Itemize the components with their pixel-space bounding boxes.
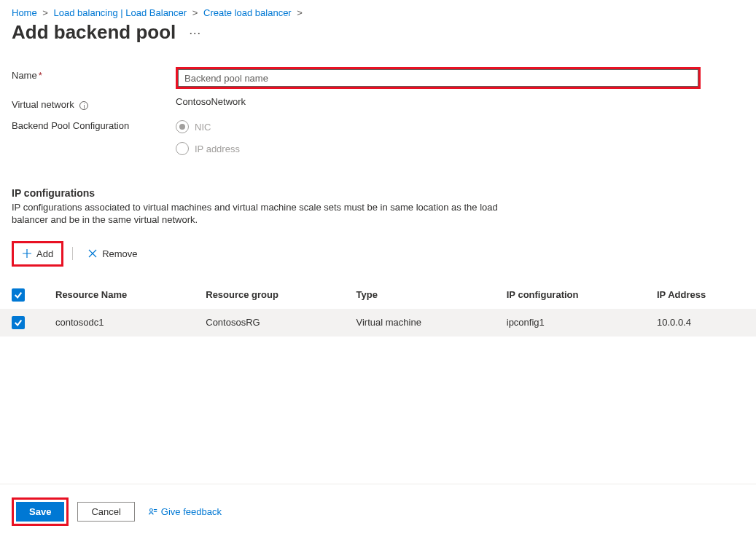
- radio-ip[interactable]: IP address: [176, 142, 701, 155]
- form-row-name: Name*: [12, 67, 744, 89]
- col-ip-config[interactable]: IP configuration: [507, 289, 657, 300]
- form-row-vnet: Virtual network i ContosoNetwork: [12, 96, 744, 110]
- radio-icon: [176, 120, 189, 133]
- required-indicator: *: [39, 70, 42, 81]
- page-title: Add backend pool: [12, 21, 176, 44]
- table-header: Resource Name Resource group Type IP con…: [0, 281, 756, 309]
- plus-icon: [22, 248, 32, 259]
- give-feedback-link[interactable]: Give feedback: [148, 506, 222, 517]
- ip-config-toolbar: Add Remove: [0, 241, 756, 281]
- cell-ip-address: 10.0.0.4: [657, 317, 744, 328]
- breadcrumb-load-balancing[interactable]: Load balancing | Load Balancer: [54, 7, 187, 18]
- radio-icon: [176, 142, 189, 155]
- ip-config-description: IP configurations associated to virtual …: [12, 202, 537, 227]
- feedback-icon: [148, 507, 158, 517]
- chevron-right-icon: >: [297, 7, 303, 18]
- breadcrumb-create-lb[interactable]: Create load balancer: [203, 7, 292, 18]
- select-all-checkbox[interactable]: [12, 288, 25, 302]
- toolbar-separator: [72, 247, 73, 260]
- chevron-right-icon: >: [192, 7, 198, 18]
- cell-type: Virtual machine: [356, 317, 507, 328]
- chevron-right-icon: >: [42, 7, 48, 18]
- row-checkbox[interactable]: [12, 316, 25, 329]
- page-header: Add backend pool ···: [0, 18, 756, 55]
- save-button[interactable]: Save: [16, 502, 64, 522]
- radio-label-nic: NIC: [195, 122, 211, 133]
- ip-config-table: Resource Name Resource group Type IP con…: [0, 281, 756, 337]
- cell-resource-name: contosodc1: [55, 317, 206, 328]
- close-icon: [87, 248, 98, 259]
- form-row-config: Backend Pool Configuration NIC IP addres…: [12, 117, 744, 155]
- check-icon: [14, 291, 23, 299]
- breadcrumb-home[interactable]: Home: [12, 7, 37, 18]
- cell-ip-config: ipconfig1: [507, 317, 657, 328]
- vnet-value: ContosoNetwork: [176, 96, 701, 107]
- col-resource-group[interactable]: Resource group: [206, 289, 356, 300]
- name-label: Name*: [12, 67, 176, 81]
- backend-pool-name-input[interactable]: [178, 69, 698, 87]
- backend-config-radio-group: NIC IP address: [176, 117, 701, 155]
- ip-config-heading: IP configurations: [12, 187, 744, 199]
- vnet-label: Virtual network i: [12, 96, 176, 110]
- add-button[interactable]: Add: [16, 245, 59, 262]
- more-icon[interactable]: ···: [189, 26, 201, 39]
- col-type[interactable]: Type: [356, 289, 507, 300]
- footer: Save Cancel Give feedback: [0, 484, 756, 539]
- table-row[interactable]: contosodc1 ContososRG Virtual machine ip…: [0, 309, 756, 337]
- col-ip-address[interactable]: IP Address: [657, 289, 744, 300]
- breadcrumb: Home > Load balancing | Load Balancer > …: [0, 0, 756, 18]
- col-resource-name[interactable]: Resource Name: [55, 289, 206, 300]
- cancel-button[interactable]: Cancel: [77, 502, 134, 522]
- remove-button[interactable]: Remove: [82, 245, 143, 262]
- backend-config-label: Backend Pool Configuration: [12, 117, 176, 131]
- radio-nic[interactable]: NIC: [176, 120, 701, 133]
- svg-point-0: [149, 508, 152, 511]
- cell-resource-group: ContososRG: [206, 317, 356, 328]
- check-icon: [14, 318, 23, 327]
- info-icon[interactable]: i: [79, 101, 88, 110]
- form-area: Name* Virtual network i ContosoNetwork B…: [0, 55, 756, 174]
- radio-label-ip: IP address: [195, 143, 240, 154]
